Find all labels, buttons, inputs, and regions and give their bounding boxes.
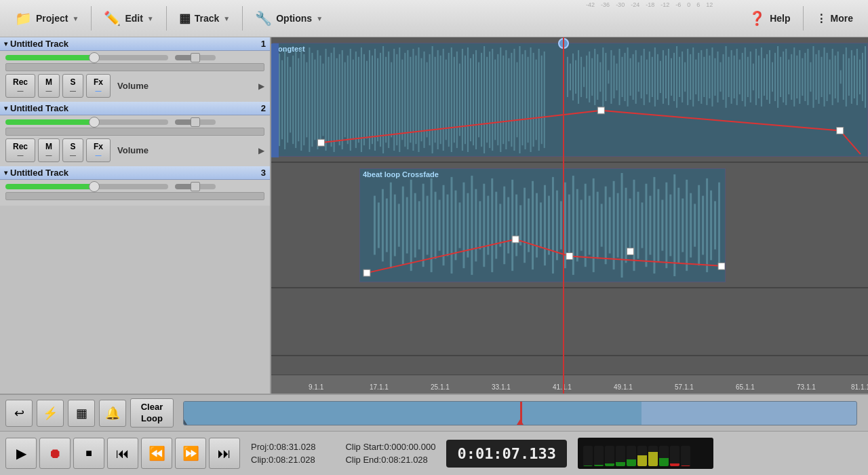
svg-rect-80 <box>492 49 493 151</box>
track-2-rec-btn[interactable]: Rec — <box>5 138 35 162</box>
loop-btn-1[interactable]: ↩ <box>5 400 33 427</box>
svg-rect-187 <box>804 53 806 101</box>
svg-rect-284 <box>653 177 655 273</box>
svg-rect-226 <box>418 201 420 249</box>
track-2-mute-btn[interactable]: M — <box>38 138 60 162</box>
tick-57: 57.1.1 <box>675 383 694 391</box>
svg-rect-77 <box>484 46 485 153</box>
track-2-solo-btn[interactable]: S — <box>62 138 83 162</box>
svg-rect-148 <box>698 53 699 101</box>
track-2-pan-slider[interactable] <box>175 119 216 125</box>
svg-rect-151 <box>706 49 707 105</box>
track-1-fx-btn[interactable]: Fx — <box>86 74 111 98</box>
svg-rect-256 <box>540 202 542 248</box>
svg-rect-27 <box>347 56 349 144</box>
loop-btn-4[interactable]: 🔔 <box>99 400 126 427</box>
loop-btn-3[interactable]: ▦ <box>68 400 95 427</box>
waveform-area[interactable]: longtest <box>271 37 868 394</box>
svg-rect-263 <box>568 195 570 256</box>
main-time-display: 0:01:07.133 <box>446 440 567 468</box>
track-2-chevron[interactable]: ▾ <box>4 104 7 112</box>
track-1-chevron[interactable]: ▾ <box>4 40 7 48</box>
play-btn[interactable]: ▶ <box>5 438 37 469</box>
svg-rect-157 <box>723 54 724 100</box>
loop-btn-2[interactable]: ⚡ <box>37 400 64 427</box>
track-3-scrollbar[interactable] <box>5 192 264 200</box>
track-3-volume-slider[interactable] <box>5 184 168 189</box>
menu-edit[interactable]: ✏️ Edit ▼ <box>94 6 163 31</box>
svg-rect-285 <box>657 189 659 262</box>
svg-rect-94 <box>530 48 532 152</box>
sep2 <box>166 6 167 31</box>
forward-btn[interactable]: ⏩ <box>175 438 206 469</box>
track-2-volume-slider[interactable] <box>5 119 168 125</box>
track-1-scrollbar[interactable] <box>5 63 264 71</box>
svg-rect-116 <box>610 50 612 104</box>
menu-more[interactable]: ⋮ More <box>806 8 863 29</box>
main-time: 0:01:07.133 <box>457 445 556 462</box>
svg-rect-84 <box>502 56 504 144</box>
track-1-arrow[interactable]: ▶ <box>258 81 264 91</box>
clip-1-left-handle[interactable] <box>271 43 279 157</box>
svg-rect-205 <box>854 56 855 98</box>
rewind-btn[interactable]: ⏮ <box>107 438 138 469</box>
track-2-buttons: Rec — M — S — Fx — Volume <box>5 138 264 162</box>
svg-rect-138 <box>671 58 672 96</box>
menu-track[interactable]: ▦ Track ▼ <box>170 7 240 30</box>
stop-btn[interactable]: ■ <box>73 438 104 469</box>
svg-rect-55 <box>424 52 425 148</box>
track-1-volume-slider[interactable] <box>5 55 168 60</box>
track-1-mute-btn[interactable]: M — <box>38 74 60 98</box>
track-1-solo-btn[interactable]: S — <box>62 74 83 98</box>
svg-rect-99 <box>544 52 545 148</box>
clip-3[interactable]: 4beat loop Crossfade <box>359 168 726 282</box>
clear-loop-btn[interactable]: Clear Loop <box>130 398 174 428</box>
svg-rect-72 <box>470 58 471 142</box>
stop-icon: ■ <box>85 447 92 459</box>
svg-rect-40 <box>382 46 384 153</box>
track-3-chevron[interactable]: ▾ <box>4 169 7 176</box>
svg-rect-91 <box>522 54 524 145</box>
back-btn[interactable]: ⏪ <box>141 438 172 469</box>
track-1-pan-slider[interactable] <box>175 55 216 60</box>
track-3-slider-row <box>5 184 264 189</box>
svg-rect-250 <box>515 195 517 256</box>
svg-rect-234 <box>451 177 453 273</box>
svg-rect-300 <box>718 183 720 268</box>
svg-rect-113 <box>602 48 604 107</box>
menu-options[interactable]: 🔧 Options ▼ <box>245 6 332 31</box>
track-1-rec-btn[interactable]: Rec — <box>5 74 35 98</box>
clip-1[interactable]: longtest <box>273 43 868 157</box>
mini-timeline[interactable] <box>183 401 857 425</box>
svg-rect-282 <box>645 184 647 267</box>
end-btn[interactable]: ⏭ <box>209 438 240 469</box>
clip-start-time: Clip Start:0:000:00.000 <box>345 442 435 452</box>
menu-help[interactable]: ❓ Help <box>739 6 800 31</box>
svg-rect-280 <box>637 192 639 259</box>
svg-rect-101 <box>570 64 571 91</box>
svg-rect-36 <box>372 56 373 144</box>
svg-rect-24 <box>339 54 340 145</box>
track-2-scrollbar[interactable] <box>5 128 264 136</box>
record-btn[interactable]: ⏺ <box>39 438 71 469</box>
project-icon: 📁 <box>15 10 32 26</box>
svg-rect-115 <box>608 71 609 84</box>
svg-rect-16 <box>317 50 318 149</box>
svg-rect-281 <box>641 202 643 248</box>
proj-time: Proj:0:08:31.028 <box>251 442 315 452</box>
track-3-controls <box>0 180 270 206</box>
svg-rect-37 <box>374 49 376 151</box>
svg-rect-22 <box>334 48 335 152</box>
svg-rect-171 <box>761 48 762 107</box>
track-3-pan-slider[interactable] <box>175 184 216 189</box>
svg-rect-275 <box>617 193 619 258</box>
menu-project[interactable]: 📁 Project ▼ <box>5 6 88 31</box>
svg-rect-261 <box>560 201 562 249</box>
track-2-fx-btn[interactable]: Fx — <box>86 138 111 162</box>
svg-rect-56 <box>427 62 428 138</box>
help-icon: ❓ <box>749 10 766 26</box>
track-2-arrow[interactable]: ▶ <box>258 146 264 155</box>
svg-rect-97 <box>538 49 540 151</box>
svg-rect-247 <box>503 187 505 265</box>
svg-rect-12 <box>306 62 307 138</box>
